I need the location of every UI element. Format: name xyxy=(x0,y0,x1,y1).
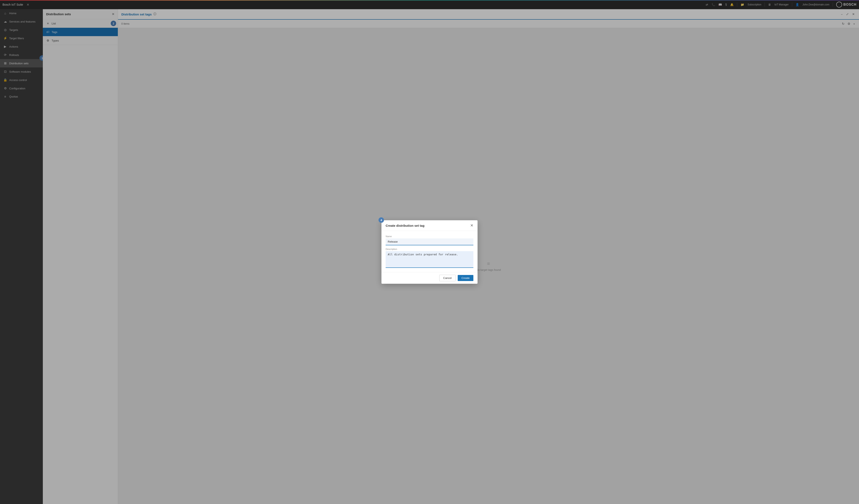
name-field: Name xyxy=(386,235,473,245)
description-label: Description xyxy=(386,248,473,250)
create-tag-modal: 4 Create distribution set tag ✕ Name Des… xyxy=(381,220,478,284)
create-button[interactable]: Create xyxy=(458,275,473,281)
step-badge-4: 4 xyxy=(378,217,384,223)
description-field: Description All distribution sets prepar… xyxy=(386,248,473,268)
modal-header: Create distribution set tag ✕ xyxy=(381,220,478,231)
modal-close-button[interactable]: ✕ xyxy=(470,224,473,227)
description-input[interactable]: All distribution sets prepared for relea… xyxy=(386,251,473,268)
cancel-button[interactable]: Cancel xyxy=(439,275,456,281)
modal-footer: Cancel Create xyxy=(381,272,478,284)
name-label: Name xyxy=(386,235,473,238)
modal-body: Name Description All distribution sets p… xyxy=(381,231,478,272)
modal-overlay: 4 Create distribution set tag ✕ Name Des… xyxy=(0,0,859,504)
name-input[interactable] xyxy=(386,239,473,245)
modal-title: Create distribution set tag xyxy=(386,224,424,227)
